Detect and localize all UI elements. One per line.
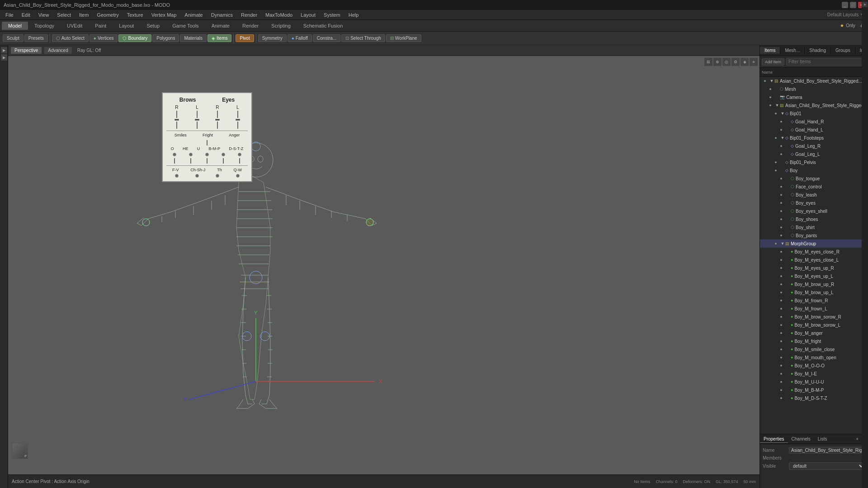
list-item[interactable]: ● ● Boy_M_anger bbox=[760, 329, 868, 337]
expand-icon[interactable] bbox=[785, 265, 791, 271]
list-item[interactable]: ● ● Boy_M_mouth_open bbox=[760, 353, 868, 361]
expand-icon[interactable] bbox=[785, 208, 791, 214]
mode-tab-paint[interactable]: Paint bbox=[89, 22, 113, 30]
morph-slider-FV[interactable] bbox=[175, 174, 179, 178]
items-button[interactable]: ◈ Items bbox=[208, 34, 231, 42]
list-item[interactable]: ● ● Boy_M_brow_up_R bbox=[760, 280, 868, 288]
expand-icon[interactable] bbox=[780, 160, 785, 165]
list-item[interactable]: ● ▼ ◇ Bip01 bbox=[760, 109, 868, 117]
expand-icon[interactable] bbox=[785, 314, 791, 319]
right-tab-items[interactable]: Items bbox=[760, 47, 780, 54]
list-item[interactable]: ● ▼ ▤ Asian_Child_Boy_Street_Style_Rigge… bbox=[760, 101, 868, 109]
expand-icon[interactable] bbox=[785, 192, 791, 197]
expand-icon[interactable] bbox=[785, 225, 791, 230]
list-item[interactable]: ● ● Boy_M_fright bbox=[760, 337, 868, 345]
list-item[interactable]: ● ● Boy_M_brow_sorow_R bbox=[760, 313, 868, 321]
expand-icon[interactable] bbox=[785, 371, 791, 376]
prop-tab-lists[interactable]: Lists bbox=[814, 436, 831, 442]
expand-icon[interactable]: ▼ bbox=[780, 241, 785, 246]
list-item[interactable]: ● ⬡ Face_control bbox=[760, 183, 868, 191]
prop-tab-channels[interactable]: Channels bbox=[788, 436, 814, 442]
list-item[interactable]: ● ● Boy_M_I-E bbox=[760, 370, 868, 378]
expand-icon[interactable] bbox=[785, 257, 791, 263]
list-item[interactable]: ● ◇ Goal_Leg_R bbox=[760, 142, 868, 150]
symmetry-button[interactable]: Symmetry bbox=[258, 34, 287, 42]
pivot-button[interactable]: Pivot bbox=[236, 34, 254, 42]
expand-icon[interactable] bbox=[785, 282, 791, 287]
mode-tab-uvedit[interactable]: UVEdit bbox=[61, 22, 89, 30]
prop-expand-icon[interactable]: + bbox=[854, 436, 860, 441]
expand-icon[interactable] bbox=[774, 86, 780, 92]
expand-icon[interactable] bbox=[785, 387, 791, 393]
morph-slider-ChShJ[interactable] bbox=[195, 174, 199, 178]
menu-view[interactable]: View bbox=[35, 11, 53, 19]
expand-icon[interactable] bbox=[785, 298, 791, 303]
morph-slider-Th[interactable] bbox=[216, 174, 219, 178]
presets-button[interactable]: Presets bbox=[24, 34, 48, 42]
expand-icon[interactable] bbox=[785, 379, 791, 385]
list-item[interactable]: ● ● Boy_M_frown_R bbox=[760, 296, 868, 305]
expand-icon[interactable] bbox=[785, 273, 791, 279]
expand-icon[interactable] bbox=[785, 330, 791, 336]
expand-icon[interactable] bbox=[785, 347, 791, 352]
workplane-button[interactable]: ⊟ WorkPlane bbox=[386, 34, 421, 42]
list-item[interactable]: ● ▼ ▤ Asian_Child_Boy_Street_Style_Rigge… bbox=[760, 77, 868, 85]
expand-icon[interactable] bbox=[780, 168, 785, 173]
list-item[interactable]: ● ● Boy_M_O-O-O bbox=[760, 361, 868, 370]
mode-tab-setup[interactable]: Setup bbox=[140, 22, 166, 30]
expand-icon[interactable] bbox=[785, 176, 791, 181]
menu-layout[interactable]: Layout bbox=[297, 11, 319, 19]
polygons-button[interactable]: Polygons bbox=[152, 34, 179, 42]
expand-icon[interactable] bbox=[785, 338, 791, 344]
expand-icon[interactable]: ▼ bbox=[780, 135, 785, 141]
menu-geometry[interactable]: Geometry bbox=[93, 11, 122, 19]
viewport-icon-zoom[interactable]: ⊕ bbox=[713, 58, 722, 66]
menu-texture[interactable]: Texture bbox=[123, 11, 147, 19]
morph-slider-U[interactable] bbox=[205, 153, 209, 156]
expand-icon[interactable] bbox=[785, 363, 791, 368]
viewport-icon-settings[interactable]: ⚙ bbox=[731, 58, 740, 66]
menu-maxtomodo[interactable]: MaxToModo bbox=[262, 11, 296, 19]
list-item[interactable]: ● ● Boy_M_eyes_up_R bbox=[760, 264, 868, 272]
list-item[interactable]: ● ⬡ Boy_tongue bbox=[760, 174, 868, 183]
morph-slider-O[interactable] bbox=[173, 153, 176, 156]
menu-edit[interactable]: Edit bbox=[18, 11, 34, 19]
mini-btn-1[interactable]: ▶ bbox=[862, 2, 868, 7]
morph-slider-QW[interactable] bbox=[236, 174, 240, 178]
list-item[interactable]: ● ◇ Goal_Hand_L bbox=[760, 126, 868, 134]
viewport-icon-grid[interactable]: ⊞ bbox=[704, 58, 712, 66]
menu-vertexmap[interactable]: Vertex Map bbox=[148, 11, 180, 19]
menu-file[interactable]: File bbox=[2, 11, 17, 19]
list-item[interactable]: ● ● Boy_M_eyes_close_L bbox=[760, 256, 868, 264]
mode-tab-gametools[interactable]: Game Tools bbox=[166, 22, 205, 30]
expand-icon[interactable] bbox=[785, 200, 791, 206]
mode-tab-model[interactable]: Model bbox=[2, 22, 28, 30]
menu-dynamics[interactable]: Dynamics bbox=[208, 11, 236, 19]
expand-icon[interactable]: ▼ bbox=[769, 78, 774, 84]
add-item-button[interactable]: Add Item bbox=[762, 58, 784, 66]
boundary-button[interactable]: ⬡ Boundary bbox=[118, 34, 151, 42]
list-item[interactable]: ● ◇ Boy bbox=[760, 166, 868, 174]
expand-icon[interactable]: ▼ bbox=[780, 111, 785, 116]
filter-items-input[interactable] bbox=[786, 58, 866, 66]
right-tab-groups[interactable]: Groups bbox=[831, 47, 855, 54]
expand-icon[interactable] bbox=[785, 184, 791, 189]
list-item[interactable]: ● ● Boy_M_eyes_up_L bbox=[760, 272, 868, 280]
expand-icon[interactable] bbox=[785, 233, 791, 238]
mode-tab-schematic[interactable]: Schematic Fusion bbox=[297, 22, 349, 30]
materials-button[interactable]: Materials bbox=[180, 34, 207, 42]
expand-icon[interactable] bbox=[785, 119, 791, 124]
menu-render[interactable]: Render bbox=[237, 11, 261, 19]
list-item[interactable]: ● ⬡ Boy_leash bbox=[760, 191, 868, 199]
constraints-button[interactable]: Constra... bbox=[313, 34, 340, 42]
mode-tab-animate[interactable]: Animate bbox=[205, 22, 236, 30]
layout-selector[interactable]: Default Layouts ▼ bbox=[826, 12, 866, 17]
mode-tab-render[interactable]: Render bbox=[236, 22, 265, 30]
list-item[interactable]: ● ● Boy_M_frown_L bbox=[760, 305, 868, 313]
sculpt-button[interactable]: Sculpt bbox=[3, 34, 24, 42]
list-item[interactable]: ● ⬡ Boy_eyes bbox=[760, 199, 868, 207]
list-item[interactable]: ● ● Boy_M_eyes_close_R bbox=[760, 248, 868, 256]
viewport-3d[interactable]: X Y Z Brows Eyes R L R L bbox=[8, 56, 760, 474]
viewport-tab-perspective[interactable]: Perspective bbox=[11, 47, 42, 54]
expand-icon[interactable] bbox=[785, 395, 791, 401]
